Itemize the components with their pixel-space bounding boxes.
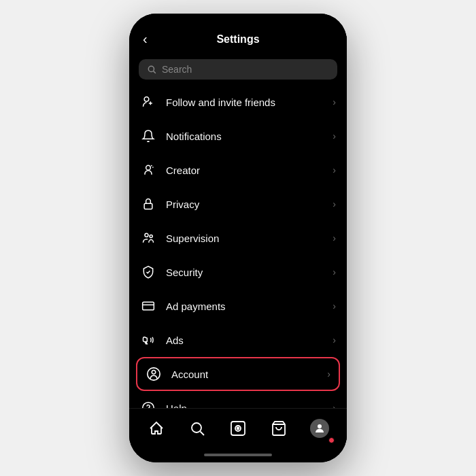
svg-point-19 (237, 427, 239, 429)
svg-point-15 (192, 423, 201, 432)
chevron-icon: › (333, 301, 336, 311)
search-placeholder: Search (162, 64, 192, 75)
megaphone-icon (140, 332, 156, 348)
creator-icon (140, 162, 156, 178)
menu-item-supervision[interactable]: Supervision › (129, 221, 347, 255)
supervision-label: Supervision (166, 233, 333, 244)
svg-rect-7 (143, 302, 154, 310)
chevron-icon: › (333, 403, 336, 408)
svg-point-6 (150, 235, 152, 237)
privacy-label: Privacy (166, 199, 333, 210)
menu-item-notifications[interactable]: Notifications › (129, 119, 347, 153)
account-label: Account (171, 369, 327, 380)
shop-icon (271, 420, 287, 437)
chevron-icon: › (333, 165, 336, 175)
avatar (310, 419, 329, 438)
shield-icon (140, 264, 156, 280)
security-label: Security (166, 267, 333, 278)
ad-payments-label: Ad payments (166, 301, 333, 312)
help-label: Help (166, 403, 333, 409)
phone-frame: ‹ Settings Search (129, 14, 347, 462)
creator-label: Creator (166, 165, 333, 176)
menu-item-account[interactable]: Account › (136, 357, 340, 391)
back-button[interactable]: ‹ (140, 29, 150, 50)
follow-friends-label: Follow and invite friends (166, 97, 333, 108)
nav-profile[interactable] (305, 413, 335, 443)
search-icon (147, 65, 156, 74)
svg-point-3 (146, 165, 151, 170)
svg-point-2 (144, 97, 149, 102)
menu-item-creator[interactable]: Creator › (129, 153, 347, 187)
menu-item-follow-friends[interactable]: Follow and invite friends › (129, 85, 347, 119)
lock-icon (140, 196, 156, 212)
account-circle-icon (146, 366, 162, 382)
search-bar[interactable]: Search (139, 59, 337, 80)
menu-list: Follow and invite friends › Notification… (129, 85, 347, 408)
chevron-icon: › (333, 97, 336, 107)
nav-home[interactable] (141, 413, 171, 443)
chevron-icon: › (333, 199, 336, 209)
search-nav-icon (189, 420, 205, 437)
home-indicator (129, 447, 347, 462)
menu-item-security[interactable]: Security › (129, 255, 347, 289)
chevron-icon: › (333, 267, 336, 277)
svg-point-0 (148, 66, 154, 71)
nav-reels[interactable] (223, 413, 253, 443)
home-icon (148, 420, 165, 437)
notifications-label: Notifications (166, 131, 333, 142)
chevron-icon: › (333, 335, 336, 345)
ads-label: Ads (166, 335, 333, 346)
svg-point-9 (152, 371, 156, 375)
supervision-icon (140, 230, 156, 246)
reels-icon (230, 420, 246, 437)
chevron-icon: › (333, 131, 336, 141)
svg-line-1 (154, 71, 156, 73)
person-add-icon (140, 94, 156, 110)
home-indicator-bar (204, 454, 272, 456)
svg-point-21 (318, 424, 322, 428)
status-bar (129, 14, 347, 23)
screen: ‹ Settings Search (129, 14, 347, 462)
chevron-icon: › (333, 233, 336, 243)
header: ‹ Settings (129, 23, 347, 55)
svg-rect-4 (144, 203, 152, 209)
nav-shop[interactable] (264, 413, 294, 443)
menu-item-ad-payments[interactable]: Ad payments › (129, 289, 347, 323)
notification-dot (328, 437, 335, 443)
svg-line-16 (201, 431, 205, 435)
question-circle-icon (140, 400, 156, 408)
menu-item-help[interactable]: Help › (129, 391, 347, 408)
bell-icon (140, 128, 156, 144)
nav-search[interactable] (182, 413, 212, 443)
menu-item-privacy[interactable]: Privacy › (129, 187, 347, 221)
bottom-nav (129, 408, 347, 447)
chevron-icon: › (327, 369, 330, 379)
page-title: Settings (216, 33, 259, 46)
card-icon (140, 298, 156, 314)
menu-item-ads[interactable]: Ads › (129, 323, 347, 357)
svg-point-5 (145, 233, 148, 237)
